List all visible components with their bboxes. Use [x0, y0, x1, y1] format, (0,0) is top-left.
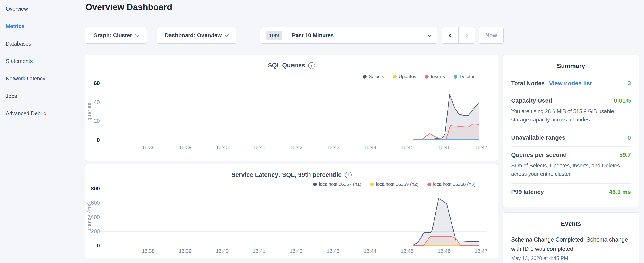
controls-divider	[257, 28, 257, 43]
sidebar-item-jobs[interactable]: Jobs	[0, 87, 85, 105]
summary-row-label: P99 latency	[511, 188, 544, 195]
summary-row: Unavailable ranges0	[511, 129, 631, 147]
summary-row-label: Unavailable ranges	[511, 134, 565, 141]
chart-title-text: SQL Queries	[268, 62, 305, 69]
dashboard-dropdown[interactable]: Dashboard: Overview	[157, 27, 236, 44]
summary-row-value: 0.01%	[614, 97, 631, 104]
summary-row: Total NodesView nodes list3	[511, 75, 631, 92]
svg-text:16:43: 16:43	[327, 248, 340, 254]
summary-row: P99 latency46.1 ms	[511, 184, 631, 201]
event-timestamp: May 13, 2020 at 4:45 PM	[511, 255, 631, 261]
sidebar-item-statements[interactable]: Statements	[0, 52, 85, 70]
sidebar: OverviewMetricsDatabasesStatementsNetwor…	[0, 0, 85, 122]
view-nodes-list-link[interactable]: View nodes list	[549, 80, 592, 87]
svg-text:16:41: 16:41	[253, 144, 266, 150]
svg-text:16:46: 16:46	[438, 144, 450, 150]
summary-panel: Summary Total NodesView nodes list3Capac…	[503, 55, 639, 207]
event-message[interactable]: Schema Change Completed: Schema change w…	[511, 235, 631, 254]
chart-title: SQL Queries i	[85, 62, 498, 69]
legend-dot-icon	[313, 183, 317, 186]
summary-row: Queries per second59.7Sum of Selects, Up…	[511, 147, 631, 184]
svg-text:800: 800	[91, 186, 100, 191]
legend-dot-icon	[427, 183, 431, 186]
chevron-right-icon	[464, 33, 468, 38]
svg-text:400: 400	[91, 214, 100, 220]
legend-item[interactable]: Inserts	[425, 74, 445, 79]
graph-dropdown-label: Graph: Cluster	[93, 32, 132, 39]
summary-row-label: Queries per second	[511, 151, 566, 158]
svg-text:16:42: 16:42	[290, 144, 302, 150]
events-panel: Events Schema Change Completed: Schema c…	[503, 212, 639, 263]
chevron-left-icon	[448, 33, 453, 38]
time-range-label: Past 10 Minutes	[292, 32, 334, 39]
svg-text:16:45: 16:45	[401, 248, 414, 254]
chart-title-text: Service Latency: SQL, 99th percentile	[231, 171, 342, 178]
summary-row-label: Capacity Used	[511, 97, 552, 104]
summary-title: Summary	[503, 63, 639, 70]
svg-text:16:38: 16:38	[142, 144, 154, 150]
summary-row-value: 3	[628, 80, 631, 87]
summary-row-subtext: Sum of Selects, Updates, Inserts, and De…	[511, 161, 631, 178]
summary-row-label: Total Nodes	[511, 80, 545, 87]
svg-text:16:41: 16:41	[253, 248, 266, 254]
graph-dropdown[interactable]: Graph: Cluster	[85, 27, 147, 44]
svg-text:200: 200	[91, 228, 100, 234]
legend-dot-icon	[393, 75, 396, 79]
summary-row-value: 59.7	[619, 151, 631, 158]
now-button[interactable]: Now	[479, 27, 504, 44]
svg-text:queries: queries	[86, 102, 92, 121]
time-range-dropdown[interactable]: 10m Past 10 Minutes	[260, 27, 437, 44]
legend-label: Selects	[369, 74, 384, 79]
sidebar-item-advanced-debug[interactable]: Advanced Debug	[0, 105, 85, 122]
svg-text:40: 40	[94, 99, 100, 105]
svg-text:16:45: 16:45	[401, 144, 414, 150]
sidebar-item-overview[interactable]: Overview	[0, 0, 85, 18]
svg-text:60: 60	[94, 80, 100, 86]
svg-text:16:39: 16:39	[179, 144, 192, 150]
sidebar-item-network-latency[interactable]: Network Latency	[0, 70, 85, 87]
svg-text:16:38: 16:38	[142, 248, 154, 254]
info-icon[interactable]: i	[308, 62, 315, 69]
events-title: Events	[503, 220, 639, 227]
time-prev-button[interactable]	[442, 28, 458, 43]
legend-label: Inserts	[431, 74, 445, 79]
legend-item[interactable]: Deletes	[454, 74, 476, 79]
legend-dot-icon	[454, 75, 457, 79]
svg-text:latency (ms): latency (ms)	[86, 202, 92, 232]
chevron-down-icon	[225, 33, 228, 37]
info-icon[interactable]: i	[345, 171, 352, 178]
sql-queries-chart[interactable]: 16:3816:3916:4016:4116:4216:4316:4416:45…	[85, 79, 498, 153]
summary-rows: Total NodesView nodes list3Capacity Used…	[511, 75, 631, 201]
dashboard-dropdown-label: Dashboard: Overview	[165, 32, 222, 39]
svg-text:0: 0	[97, 137, 100, 143]
legend-item[interactable]: Updates	[393, 74, 416, 79]
chevron-down-icon	[428, 33, 432, 37]
legend-dot-icon	[363, 75, 366, 79]
time-next-button[interactable]	[458, 28, 475, 43]
chevron-down-icon	[135, 33, 139, 37]
page-title: Overview Dashboard	[86, 2, 172, 12]
summary-row-subtext: You are using 28.6 MiB of 515.9 GiB usab…	[511, 107, 631, 124]
svg-text:16:42: 16:42	[290, 248, 302, 254]
legend-label: Updates	[399, 74, 416, 79]
svg-text:16:43: 16:43	[327, 144, 340, 150]
svg-text:16:40: 16:40	[216, 248, 228, 254]
chart-legend: SelectsUpdatesInsertsDeletes	[363, 74, 476, 79]
svg-text:0: 0	[97, 242, 100, 248]
summary-row-value: 46.1 ms	[609, 188, 631, 195]
service-latency-chart[interactable]: 16:3816:3916:4016:4116:4216:4316:4416:45…	[85, 186, 498, 256]
summary-row-value: 0	[628, 134, 631, 141]
sidebar-item-metrics[interactable]: Metrics	[0, 18, 85, 35]
legend-dot-icon	[370, 183, 374, 186]
legend-item[interactable]: Selects	[363, 74, 384, 79]
time-pager	[442, 27, 475, 44]
svg-text:16:46: 16:46	[438, 248, 450, 254]
svg-text:20: 20	[94, 118, 100, 124]
svg-text:16:47: 16:47	[475, 144, 488, 150]
legend-dot-icon	[425, 75, 428, 79]
summary-row: Capacity Used0.01%You are using 28.6 MiB…	[511, 92, 631, 129]
svg-text:16:44: 16:44	[364, 248, 376, 254]
sidebar-item-databases[interactable]: Databases	[0, 35, 85, 52]
svg-text:16:39: 16:39	[179, 248, 192, 254]
svg-text:16:40: 16:40	[216, 144, 228, 150]
